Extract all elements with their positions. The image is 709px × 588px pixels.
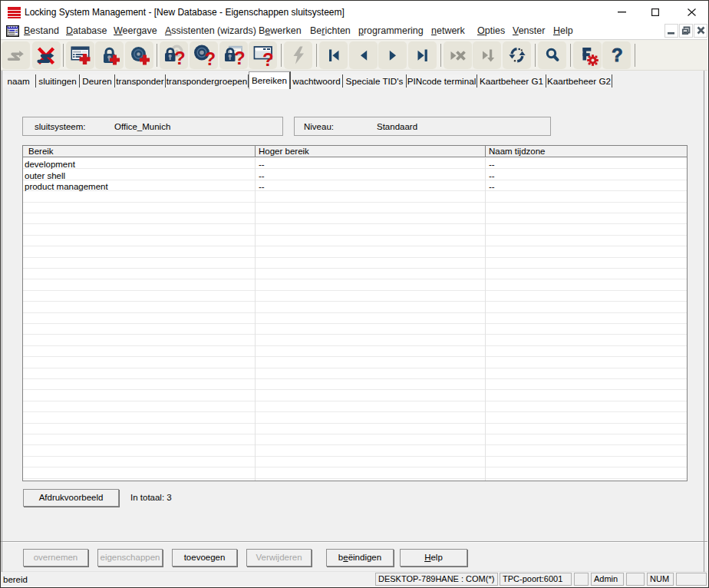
- svg-text:?: ?: [262, 49, 274, 67]
- svg-text:?: ?: [612, 45, 623, 65]
- svg-text:?: ?: [234, 48, 246, 67]
- svg-text:?: ?: [204, 48, 216, 67]
- svg-text:?: ?: [174, 48, 186, 67]
